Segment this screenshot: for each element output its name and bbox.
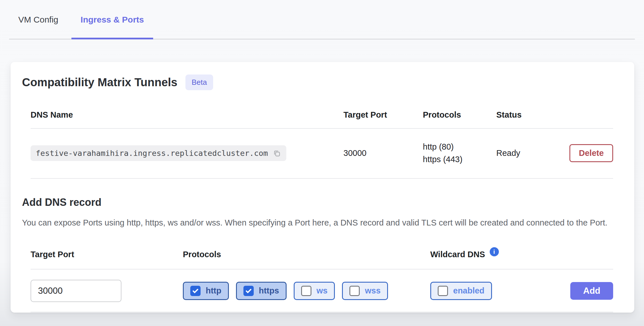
tab-ingress-ports[interactable]: Ingress & Ports <box>71 0 153 39</box>
row-protocol-https: https (443) <box>423 153 496 166</box>
col-header-status: Status <box>496 110 569 120</box>
protocol-label: https <box>259 286 279 295</box>
form-header-protocols: Protocols <box>183 250 430 259</box>
tab-label: VM Config <box>18 15 58 24</box>
checkbox-icon <box>243 286 254 296</box>
row-protocols: http (80) https (443) <box>423 141 496 166</box>
tunnels-card: Compatibility Matrix Tunnels Beta DNS Na… <box>11 62 634 313</box>
info-icon[interactable]: i <box>490 247 499 256</box>
form-header-target-port: Target Port <box>31 250 183 259</box>
tab-bar: VM Config Ingress & Ports <box>9 0 635 39</box>
add-dns-form: Target Port Protocols Wildcard DNS i htt… <box>31 242 613 312</box>
checkbox-icon <box>301 286 311 296</box>
dns-name-value: festive-varahamihira.ingress.replicatedc… <box>31 145 286 161</box>
add-dns-description: You can expose Ports using http, https, … <box>22 216 608 229</box>
add-dns-title: Add DNS record <box>22 196 613 208</box>
card-title: Compatibility Matrix Tunnels <box>22 76 177 89</box>
beta-badge: Beta <box>185 75 213 90</box>
tab-label: Ingress & Ports <box>81 15 144 24</box>
delete-button[interactable]: Delete <box>569 144 613 162</box>
row-status: Ready <box>496 148 569 158</box>
form-header-wildcard-dns: Wildcard DNS <box>430 250 485 259</box>
wildcard-label: enabled <box>453 286 485 295</box>
target-port-input[interactable] <box>31 280 121 302</box>
protocol-label: wss <box>365 286 381 295</box>
form-input-row: http https ws <box>31 269 613 312</box>
row-protocol-http: http (80) <box>423 141 496 153</box>
add-button[interactable]: Add <box>570 282 613 300</box>
checkbox-icon <box>438 286 448 296</box>
table-row: festive-varahamihira.ingress.replicatedc… <box>31 129 613 179</box>
protocol-checkbox-ws[interactable]: ws <box>294 282 335 300</box>
checkbox-icon <box>190 286 201 296</box>
copy-icon[interactable] <box>273 149 281 158</box>
col-header-protocols: Protocols <box>423 110 496 120</box>
col-header-dns-name: DNS Name <box>31 110 343 120</box>
tunnels-table: DNS Name Target Port Protocols Status fe… <box>31 102 613 179</box>
protocol-options: http https ws <box>183 282 430 300</box>
protocol-checkbox-wss[interactable]: wss <box>342 282 388 300</box>
row-target-port: 30000 <box>343 148 423 158</box>
card-title-row: Compatibility Matrix Tunnels Beta <box>22 75 613 90</box>
wildcard-enabled-checkbox[interactable]: enabled <box>430 282 492 300</box>
tab-vm-config[interactable]: VM Config <box>9 0 67 39</box>
form-header-row: Target Port Protocols Wildcard DNS i <box>31 242 613 269</box>
protocol-label: http <box>206 286 221 295</box>
col-header-target-port: Target Port <box>343 110 423 120</box>
tunnels-table-header: DNS Name Target Port Protocols Status <box>31 102 613 129</box>
protocol-label: ws <box>317 286 328 295</box>
dns-name-text: festive-varahamihira.ingress.replicatedc… <box>36 149 268 158</box>
protocol-checkbox-http[interactable]: http <box>183 282 229 300</box>
checkbox-icon <box>349 286 360 296</box>
protocol-checkbox-https[interactable]: https <box>236 282 287 300</box>
